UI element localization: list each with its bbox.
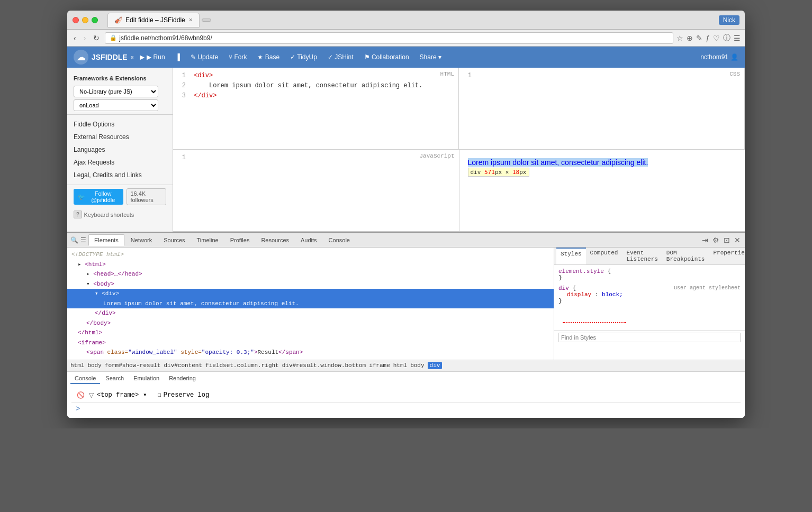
forward-button[interactable]: › [82, 33, 88, 43]
devtools-tab-elements[interactable]: Elements [88, 234, 124, 246]
sidebar: Frameworks & Extensions No-Library (pure… [67, 68, 173, 232]
console-frame-selector: 🚫 ▽ <top frame> ▾ ☐ Preserve log [71, 388, 741, 403]
html-editor-label: HTML [440, 71, 454, 77]
console-clear-icon[interactable]: 🚫 [76, 390, 86, 400]
js-editor[interactable]: JavaScript 1 [173, 150, 459, 232]
console-tab-emulation[interactable]: Emulation [129, 373, 164, 384]
breadcrumb-form[interactable]: form#show-result [105, 362, 161, 369]
maximize-button[interactable] [92, 17, 98, 23]
element-style-block: element.style { } [558, 268, 741, 281]
sidebar-item-fiddle-options[interactable]: Fiddle Options [67, 118, 173, 131]
devtools-body: <!DOCTYPE html> ▸ <html> ▸ <head>…</head… [67, 248, 745, 360]
css-editor[interactable]: CSS 1 [459, 68, 745, 150]
result-tooltip: div 571px × 18px [468, 167, 737, 177]
devtools-tab-profiles[interactable]: Profiles [225, 235, 255, 245]
breadcrumb-div-content[interactable]: div#content [164, 362, 202, 369]
back-button[interactable]: ‹ [71, 33, 78, 43]
devtools-close-icon[interactable]: ✕ [733, 235, 742, 245]
styles-tab-computed[interactable]: Computed [586, 248, 622, 264]
bookmark-icon[interactable]: ☆ [676, 34, 683, 42]
close-button[interactable] [73, 17, 79, 23]
devtools-tab-sources[interactable]: Sources [158, 235, 190, 245]
devtools-tab-timeline[interactable]: Timeline [192, 235, 224, 245]
sidebar-item-legal[interactable]: Legal, Credits and Links [67, 169, 173, 181]
console-tab-console[interactable]: Console [70, 373, 100, 384]
sidebar-item-languages[interactable]: Languages [67, 143, 173, 156]
breadcrumb-fieldset[interactable]: fieldset.column.right [205, 362, 279, 369]
dom-panel[interactable]: <!DOCTYPE html> ▸ <html> ▸ <head>…</head… [67, 248, 554, 360]
dom-line-html-close: </html> [67, 328, 554, 338]
new-tab-button[interactable] [202, 19, 211, 22]
browser-window: 🎻 Edit fiddle – JSFiddle ✕ Nick ‹ › ↻ 🔒 … [67, 11, 745, 418]
preserve-log-label: Preserve log [164, 391, 209, 399]
result-height: 18 [512, 169, 519, 176]
load-type-select[interactable]: onLoad [74, 99, 158, 111]
editors-bottom-row: JavaScript 1 Lorem ipsum dolor sit amet,… [173, 150, 745, 232]
devtools-search-icon[interactable]: 🔍 [70, 236, 78, 244]
ajax-requests-label: Ajax Requests [74, 159, 114, 166]
breadcrumb-html2[interactable]: html [393, 362, 407, 369]
devtools-dock-icon[interactable]: ⊡ [723, 235, 731, 245]
sidebar-item-ajax-requests[interactable]: Ajax Requests [67, 156, 173, 169]
devtools-tab-resources[interactable]: Resources [256, 235, 294, 245]
dom-line-div-selected[interactable]: ▾ <div> [67, 289, 554, 299]
console-tab-rendering[interactable]: Rendering [165, 373, 200, 384]
external-resources-label: External Resources [74, 133, 129, 141]
fork-button[interactable]: ⑂ Fork [224, 51, 251, 63]
browser-tab-active[interactable]: 🎻 Edit fiddle – JSFiddle ✕ [107, 13, 200, 28]
extension1-icon[interactable]: ⊕ [687, 34, 693, 42]
dom-line-iframe: <iframe> [67, 338, 554, 348]
sidebar-item-external-resources[interactable]: External Resources [67, 131, 173, 143]
styles-tab-dom-breakpoints[interactable]: DOM Breakpoints [662, 248, 709, 264]
menu-icon[interactable]: ☰ [734, 34, 741, 42]
refresh-button[interactable]: ↻ [91, 33, 102, 43]
styles-tab-properties[interactable]: Properties [709, 248, 745, 264]
twitter-follow-button[interactable]: 🐦 Follow @jsfiddle [74, 189, 123, 205]
chart-button[interactable]: ▐ [172, 51, 185, 63]
devtools-settings-icon[interactable]: ⚙ [711, 235, 720, 245]
url-bar[interactable]: 🔒 jsfiddle.net/ncthom91/68wbn9b9/ [105, 32, 673, 44]
extension4-icon[interactable]: ♡ [713, 34, 720, 42]
base-button[interactable]: ★ Base [253, 51, 284, 63]
share-button[interactable]: Share ▾ [416, 51, 446, 63]
styles-tab-styles[interactable]: Styles [556, 248, 586, 264]
computed-tab-label: Computed [590, 250, 618, 256]
console-filter-icon[interactable]: ▽ [88, 390, 95, 400]
library-select[interactable]: No-Library (pure JS) [74, 86, 158, 97]
preserve-log-checkbox[interactable]: ☐ [157, 391, 161, 399]
frame-dropdown[interactable]: ▾ [143, 391, 147, 399]
js-editor-label: JavaScript [419, 153, 454, 159]
jshint-button[interactable]: ✓ JSHint [323, 51, 358, 63]
update-button[interactable]: ✎ Update [186, 51, 222, 63]
main-content: Frameworks & Extensions No-Library (pure… [67, 68, 745, 232]
devtools-tab-network[interactable]: Network [125, 235, 157, 245]
run-button[interactable]: ▶ ▶ Run [136, 51, 169, 63]
breadcrumb-html[interactable]: html [70, 362, 84, 369]
devtools-dom-icon[interactable]: ☰ [80, 236, 86, 244]
breadcrumb-body2[interactable]: body [410, 362, 424, 369]
tab-sources-label: Sources [164, 237, 185, 243]
breadcrumb-iframe[interactable]: iframe [369, 362, 390, 369]
devtools-tab-console[interactable]: Console [323, 235, 355, 245]
minimize-button[interactable] [82, 17, 88, 23]
styles-tab-event-listeners[interactable]: Event Listeners [622, 248, 662, 264]
console-tab-search[interactable]: Search [101, 373, 128, 384]
html-editor[interactable]: HTML 1 <div> 2 Lorem ipsum dolor sit ame… [173, 68, 459, 150]
collaboration-button[interactable]: ⚑ Collaboration [360, 51, 413, 63]
breadcrumb-div-result[interactable]: div#result.window.bottom [282, 362, 366, 369]
devtools-expand-icon[interactable]: ⇥ [701, 235, 709, 245]
tidyup-button[interactable]: ✓ TidyUp [286, 51, 321, 63]
html-line-1: 1 <div> [177, 71, 454, 81]
keyboard-shortcuts[interactable]: ? Keyboard shortcuts [67, 208, 173, 221]
breadcrumb-body[interactable]: body [87, 362, 101, 369]
extension3-icon[interactable]: ƒ [706, 34, 710, 42]
tab-close-icon[interactable]: ✕ [188, 17, 193, 23]
tab-bar: 🎻 Edit fiddle – JSFiddle ✕ [107, 13, 715, 28]
devtools-tab-audits[interactable]: Audits [295, 235, 322, 245]
find-in-styles-input[interactable] [558, 333, 741, 342]
search-tab-label: Search [105, 375, 124, 381]
breadcrumb-div-highlight[interactable]: div [428, 362, 443, 369]
find-in-styles [554, 330, 745, 344]
extension5-icon[interactable]: ⓘ [723, 33, 730, 43]
extension2-icon[interactable]: ✎ [696, 34, 702, 42]
